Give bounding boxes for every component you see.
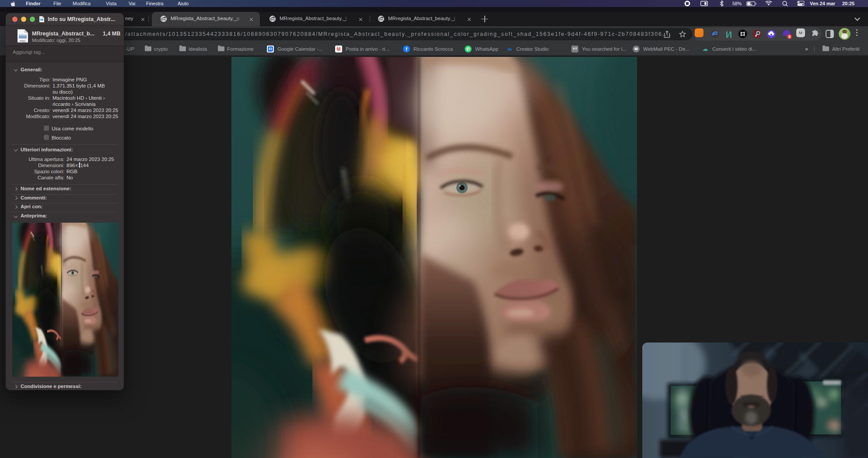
svg-text:5: 5 <box>788 35 791 39</box>
svg-text:PNG: PNG <box>20 40 25 42</box>
